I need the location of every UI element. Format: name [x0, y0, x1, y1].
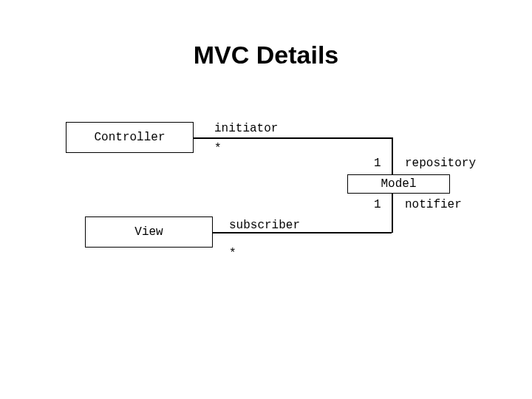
one2-label: 1 — [374, 198, 381, 211]
view-label: View — [134, 225, 163, 239]
star1-label: * — [214, 142, 222, 155]
model-label: Model — [381, 177, 416, 191]
line-view-model-v — [392, 194, 393, 233]
one1-label: 1 — [374, 157, 381, 170]
repository-label: repository — [405, 157, 476, 170]
view-box: View — [85, 216, 213, 248]
subscriber-label: subscriber — [229, 219, 300, 232]
line-controller-model-v — [392, 137, 393, 174]
model-box: Model — [347, 174, 450, 194]
line-view-model-h — [213, 232, 392, 233]
star2-label: * — [229, 247, 236, 260]
line-controller-model-h — [194, 137, 392, 139]
notifier-label: notifier — [405, 198, 462, 211]
diagram-title: MVC Details — [0, 41, 532, 69]
initiator-label: initiator — [214, 122, 278, 135]
controller-label: Controller — [94, 131, 165, 144]
controller-box: Controller — [66, 122, 194, 153]
